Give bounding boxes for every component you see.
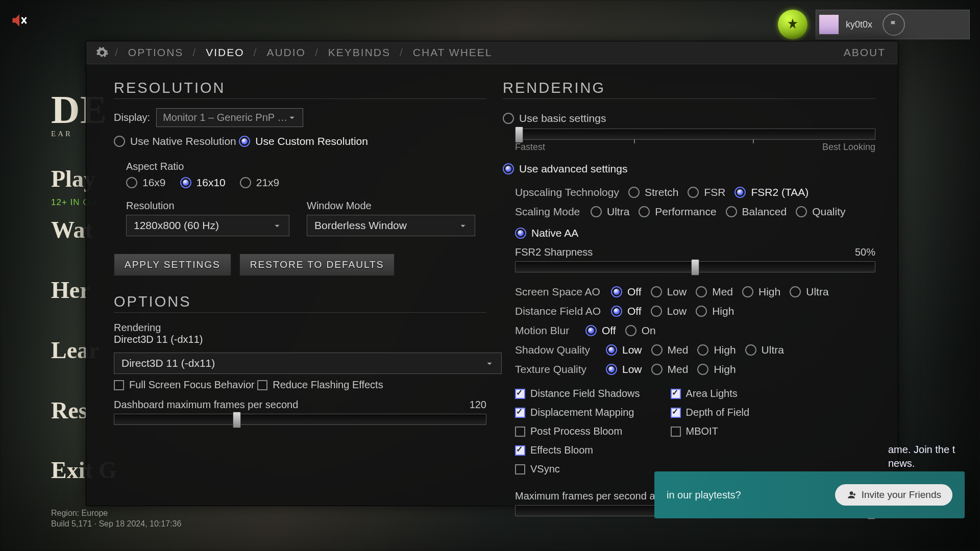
gear-icon[interactable] <box>93 44 111 61</box>
display-label: Display: <box>114 112 150 123</box>
chevron-down-icon <box>485 359 494 368</box>
rendering-api-label: Rendering <box>114 322 486 334</box>
use-native-radio[interactable]: Use Native Resolution <box>114 135 236 147</box>
tab-about[interactable]: ABOUT <box>839 46 891 59</box>
resolution-label: Resolution <box>126 200 289 212</box>
promo-bar: in our playtests? Invite your Friends <box>654 471 965 518</box>
reduce-flashing-check[interactable]: Reduce Flashing Effects <box>257 379 383 391</box>
dfao-off[interactable]: Off <box>611 305 642 317</box>
texture-label: Texture Quality <box>515 363 597 375</box>
sharpness-value: 50% <box>855 246 875 258</box>
scaling-label: Scaling Mode <box>515 206 581 218</box>
use-custom-radio[interactable]: Use Custom Resolution <box>239 135 368 147</box>
tab-video[interactable]: VIDEO <box>201 46 249 59</box>
check-mboit[interactable]: MBOIT <box>671 425 750 437</box>
dfao-low[interactable]: Low <box>651 305 687 317</box>
check-vsync[interactable]: VSync <box>515 463 640 475</box>
dfao-label: Distance Field AO <box>515 305 602 317</box>
tab-keybinds[interactable]: KEYBINDS <box>323 46 396 59</box>
aspect-16x10[interactable]: 16x10 <box>180 177 226 189</box>
dash-fps-slider[interactable] <box>114 414 486 425</box>
ssao-low[interactable]: Low <box>651 286 687 298</box>
upscale-fsr2[interactable]: FSR2 (TAA) <box>734 186 808 198</box>
mblur-off[interactable]: Off <box>585 324 616 337</box>
check-dof[interactable]: Depth of Field <box>671 407 750 418</box>
tab-options[interactable]: OPTIONS <box>123 46 189 59</box>
report-flag-button[interactable] <box>883 13 905 36</box>
shadow-ultra[interactable]: Ultra <box>745 344 784 356</box>
aspect-16x9[interactable]: 16x9 <box>126 177 166 189</box>
section-rendering: RENDERING <box>503 80 875 99</box>
invite-friends-button[interactable]: Invite your Friends <box>835 484 952 506</box>
chevron-down-icon <box>458 221 468 230</box>
chevron-down-icon <box>287 113 297 122</box>
upscale-stretch[interactable]: Stretch <box>628 186 679 198</box>
aspect-21x9[interactable]: 21x9 <box>240 177 280 189</box>
scaling-performance[interactable]: Performance <box>639 206 716 218</box>
scaling-quality[interactable]: Quality <box>796 206 845 218</box>
section-resolution: RESOLUTION <box>114 80 486 99</box>
check-efb[interactable]: Effects Bloom <box>515 444 640 456</box>
scaling-native[interactable]: Native AA <box>515 227 578 239</box>
rendering-api-current: Direct3D 11 (-dx11) <box>114 334 486 345</box>
sharpness-slider[interactable] <box>515 261 875 272</box>
dash-fps-label: Dashboard maximum frames per second <box>114 399 298 411</box>
tab-chatwheel[interactable]: CHAT WHEEL <box>408 46 498 59</box>
resolution-dropdown[interactable]: 1280x800 (60 Hz) <box>126 215 289 236</box>
texture-low[interactable]: Low <box>606 363 642 375</box>
shadow-label: Shadow Quality <box>515 344 597 356</box>
avatar <box>819 15 839 34</box>
basic-quality-slider[interactable] <box>515 129 875 140</box>
check-ppb[interactable]: Post Process Bloom <box>515 425 640 437</box>
texture-med[interactable]: Med <box>651 363 689 375</box>
fullscreen-focus-check[interactable]: Full Screen Focus Behavior <box>114 379 255 391</box>
profile-chip[interactable]: ky0t0x <box>816 10 970 39</box>
ssao-off[interactable]: Off <box>611 286 642 298</box>
ssao-high[interactable]: High <box>742 286 780 298</box>
sharpness-label: FSR2 Sharpness <box>515 246 593 258</box>
basic-left-label: Fastest <box>515 142 545 153</box>
ssao-med[interactable]: Med <box>696 286 733 298</box>
build-footer: Region: Europe Build 5,171 · Sep 18 2024… <box>51 508 181 530</box>
upscale-fsr[interactable]: FSR <box>688 186 725 198</box>
promo-question: in our playtests? <box>667 489 825 501</box>
display-dropdown[interactable]: Monitor 1 – Generic PnP … <box>156 108 303 127</box>
apply-settings-button[interactable]: APPLY SETTINGS <box>114 254 231 276</box>
scaling-balanced[interactable]: Balanced <box>726 206 787 218</box>
shadow-low[interactable]: Low <box>606 344 642 356</box>
windowmode-label: Window Mode <box>307 200 475 212</box>
basic-right-label: Best Looking <box>822 142 875 153</box>
dfao-high[interactable]: High <box>696 305 734 317</box>
dash-fps-value: 120 <box>470 399 486 411</box>
upscaling-label: Upscaling Technology <box>515 186 619 198</box>
restore-defaults-button[interactable]: RESTORE TO DEFAULTS <box>239 254 395 276</box>
player-name: ky0t0x <box>846 19 872 30</box>
rendering-api-dropdown[interactable]: Direct3D 11 (-dx11) <box>114 353 502 374</box>
shadow-med[interactable]: Med <box>651 344 689 356</box>
advanced-settings-radio[interactable]: Use advanced settings <box>503 163 627 175</box>
mblur-label: Motion Blur <box>515 324 576 337</box>
mblur-on[interactable]: On <box>625 324 656 337</box>
currency-coin[interactable] <box>778 10 807 39</box>
ssao-label: Screen Space AO <box>515 286 602 298</box>
check-area[interactable]: Area Lights <box>671 388 750 399</box>
scaling-ultra[interactable]: Ultra <box>591 206 629 218</box>
shadow-high[interactable]: High <box>697 344 736 356</box>
ssao-ultra[interactable]: Ultra <box>790 286 828 298</box>
check-dfs[interactable]: Distance Field Shadows <box>515 388 640 399</box>
chevron-down-icon <box>273 221 282 230</box>
promo-blurb: ame. Join the t news. <box>888 443 965 470</box>
settings-panel: / OPTIONS / VIDEO / AUDIO / KEYBINDS / C… <box>86 41 898 506</box>
basic-settings-radio[interactable]: Use basic settings <box>503 112 606 124</box>
texture-high[interactable]: High <box>697 363 736 375</box>
windowmode-dropdown[interactable]: Borderless Window <box>307 215 475 236</box>
tab-audio[interactable]: AUDIO <box>261 46 311 59</box>
mute-icon[interactable] <box>10 11 29 30</box>
display-value: Monitor 1 – Generic PnP … <box>163 112 287 123</box>
aspect-label: Aspect Ratio <box>126 161 486 172</box>
section-options: OPTIONS <box>114 293 486 313</box>
check-disp[interactable]: Displacement Mapping <box>515 407 640 418</box>
